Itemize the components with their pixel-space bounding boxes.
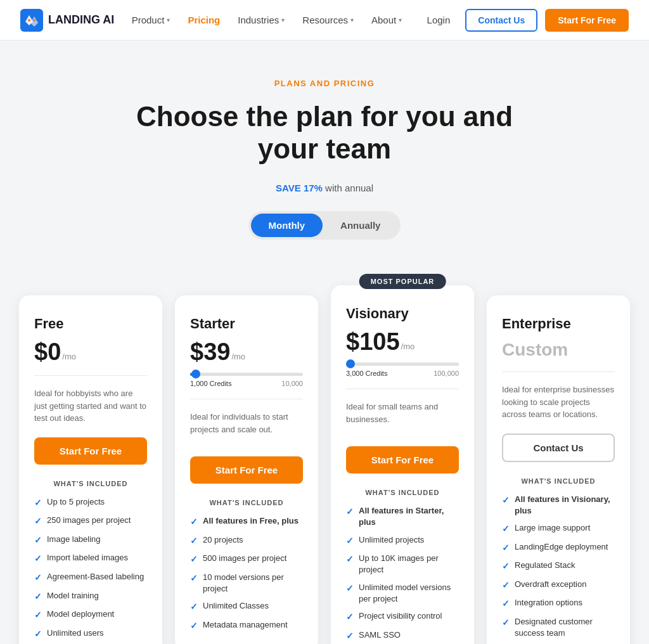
list-item: ✓Model deployment (34, 609, 147, 622)
list-item: ✓Model training (34, 590, 147, 603)
credits-min: 3,000 Credits (346, 370, 387, 377)
plan-visionary-name: Visionary (346, 306, 459, 322)
list-item: ✓Metadata management (190, 619, 303, 633)
logo[interactable]: LANDING AI (20, 9, 114, 32)
check-icon: ✓ (346, 630, 354, 643)
billing-toggle: Monthly Annually (248, 211, 401, 240)
list-item: ✓Agreement-Based labeling (34, 571, 147, 584)
price-suffix: /mo (231, 352, 245, 361)
enterprise-contact-button[interactable]: Contact Us (502, 434, 615, 462)
check-icon: ✓ (346, 583, 354, 595)
plan-starter-name: Starter (190, 316, 303, 332)
list-item: ✓Up to 10K images per project (346, 553, 459, 576)
pricing-cards: Free $0 /mo Ideal for hobbyists who are … (0, 295, 649, 644)
price-suffix: /mo (62, 352, 76, 361)
price-suffix: /mo (401, 342, 415, 351)
check-icon: ✓ (190, 572, 198, 585)
plan-enterprise-name: Enterprise (502, 316, 615, 332)
check-icon: ✓ (34, 628, 42, 641)
credits-min: 1,000 Credits (190, 380, 231, 387)
starter-features-label: WHAT'S INCLUDED (190, 499, 303, 506)
check-icon: ✓ (190, 553, 198, 566)
plan-enterprise-desc: Ideal for enterprise businesses looking … (502, 383, 615, 421)
save-text: with annual (325, 183, 373, 193)
check-icon: ✓ (502, 542, 510, 555)
nav-about[interactable]: About ▾ (371, 15, 402, 25)
divider (346, 389, 459, 389)
list-item: ✓250 images per project (34, 515, 147, 528)
free-features-label: WHAT'S INCLUDED (34, 480, 147, 487)
nav-industries[interactable]: Industries ▾ (238, 15, 285, 25)
slider-thumb (346, 359, 355, 368)
plan-starter: Starter $39 /mo 1,000 Credits 10,000 Ide… (175, 295, 318, 644)
plan-visionary: MOST POPULAR Visionary $105 /mo 3,000 Cr… (331, 285, 474, 644)
price-custom: Custom (502, 340, 568, 360)
list-item: ✓Integration options (502, 597, 615, 610)
check-icon: ✓ (190, 620, 198, 633)
check-icon: ✓ (502, 617, 510, 629)
list-item: ✓Project visibility control (346, 610, 459, 624)
free-feature-list: ✓Up to 5 projects ✓250 images per projec… (34, 496, 147, 644)
visionary-slider[interactable]: 3,000 Credits 100,000 (346, 363, 459, 377)
check-icon: ✓ (34, 553, 42, 565)
plan-enterprise-price: Custom (502, 340, 615, 360)
credits-max: 10,000 (281, 380, 303, 387)
logo-icon (20, 9, 43, 32)
list-item: ✓Designated customer success team (502, 616, 615, 639)
svg-point-1 (28, 19, 30, 22)
nav-start-button[interactable]: Start For Free (545, 9, 629, 32)
nav-contact-button[interactable]: Contact Us (465, 9, 537, 32)
monthly-toggle[interactable]: Monthly (251, 214, 323, 237)
starter-slider[interactable]: 1,000 Credits 10,000 (190, 373, 303, 387)
save-badge: SAVE 17% with annual (13, 183, 636, 193)
slider-labels: 3,000 Credits 100,000 (346, 370, 459, 377)
check-icon: ✓ (502, 494, 510, 507)
list-item: ✓Large image support (502, 522, 615, 536)
pricing-label: PLANS AND PRICING (13, 79, 636, 88)
list-item: ✓500 images per project (190, 553, 303, 566)
pricing-hero: PLANS AND PRICING Choose the plan for yo… (0, 41, 649, 295)
nav-resources[interactable]: Resources ▾ (302, 15, 354, 25)
list-item: ✓Up to 5 projects (34, 496, 147, 510)
svg-point-2 (33, 19, 35, 22)
plan-visionary-desc: Ideal for small teams and businesses. (346, 401, 459, 434)
check-icon: ✓ (502, 560, 510, 573)
annually-toggle[interactable]: Annually (323, 214, 398, 237)
check-icon: ✓ (346, 553, 354, 566)
list-item: ✓SAML SSO (346, 629, 459, 643)
login-button[interactable]: Login (420, 10, 458, 30)
plan-free: Free $0 /mo Ideal for hobbyists who are … (19, 295, 162, 644)
check-icon: ✓ (502, 523, 510, 536)
enterprise-features-label: WHAT'S INCLUDED (502, 477, 615, 485)
plan-free-price: $0 /mo (34, 340, 147, 364)
check-icon: ✓ (34, 497, 42, 510)
nav-actions: Login Contact Us Start For Free (420, 9, 629, 32)
list-item: ✓Import labeled images (34, 552, 147, 565)
divider (34, 375, 147, 376)
slider-labels: 1,000 Credits 10,000 (190, 380, 303, 387)
check-icon: ✓ (34, 515, 42, 528)
nav-links: Product ▾ Pricing Industries ▾ Resources… (132, 15, 402, 25)
slider-thumb (191, 370, 200, 378)
divider (502, 371, 615, 372)
visionary-features-label: WHAT'S INCLUDED (346, 489, 459, 496)
visionary-start-button[interactable]: Start For Free (346, 446, 459, 473)
plan-starter-price: $39 /mo (190, 340, 303, 364)
list-item: ✓LandingEdge deployment (502, 541, 615, 555)
slider-track (346, 363, 459, 366)
starter-start-button[interactable]: Start For Free (190, 456, 303, 484)
navbar: LANDING AI Product ▾ Pricing Industries … (0, 0, 649, 41)
logo-text: LANDING AI (48, 13, 114, 27)
check-icon: ✓ (190, 516, 198, 529)
free-start-button[interactable]: Start For Free (34, 437, 147, 465)
plan-visionary-price: $105 /mo (346, 330, 459, 354)
plan-free-name: Free (34, 316, 147, 332)
enterprise-feature-list: ✓All features in Visionary, plus ✓Large … (502, 494, 615, 644)
nav-pricing[interactable]: Pricing (188, 15, 220, 25)
list-item: ✓Regulated Stack (502, 560, 615, 573)
list-item: ✓All features in Free, plus (190, 515, 303, 529)
chevron-down-icon: ▾ (167, 16, 170, 23)
check-icon: ✓ (190, 601, 198, 614)
nav-product[interactable]: Product ▾ (132, 15, 170, 25)
list-item: ✓All features in Starter, plus (346, 505, 459, 528)
